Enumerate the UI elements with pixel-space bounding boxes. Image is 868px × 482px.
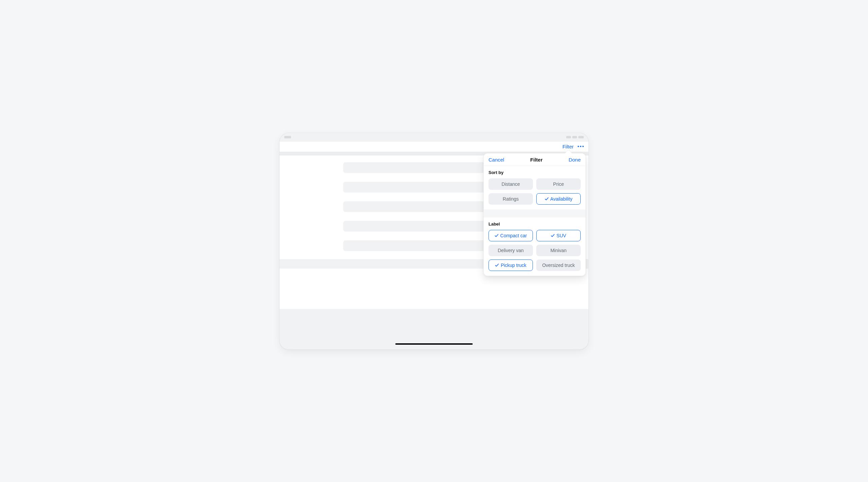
status-bar <box>280 134 588 140</box>
chip-label: Price <box>553 181 564 187</box>
check-icon <box>495 263 499 267</box>
more-icon[interactable] <box>578 146 584 147</box>
label-options: Compact car SUV Delivery van Minivan Pic… <box>484 229 585 276</box>
label-delivery-van-chip[interactable]: Delivery van <box>489 245 533 256</box>
cancel-button[interactable]: Cancel <box>489 157 504 162</box>
tablet-frame: Filter Cancel Filter Done Sort by Distan… <box>279 132 589 350</box>
popover-header: Cancel Filter Done <box>484 153 585 166</box>
status-time-placeholder <box>284 136 291 138</box>
chip-label: Distance <box>502 181 520 187</box>
chip-label: SUV <box>556 233 566 238</box>
sort-options: Distance Price Ratings Availability <box>484 177 585 209</box>
chip-label: Availability <box>550 196 572 202</box>
navigation-bar: Filter <box>280 142 588 152</box>
sort-title: Sort by <box>484 166 585 177</box>
label-minivan-chip[interactable]: Minivan <box>536 245 581 256</box>
sort-price-chip[interactable]: Price <box>536 178 581 190</box>
status-battery-placeholder <box>578 136 584 138</box>
sort-ratings-chip[interactable]: Ratings <box>489 193 533 205</box>
filter-popover: Cancel Filter Done Sort by Distance Pric… <box>484 153 586 276</box>
status-wifi-placeholder <box>572 136 577 138</box>
done-button[interactable]: Done <box>568 157 581 162</box>
home-indicator[interactable] <box>395 343 473 345</box>
status-signal-placeholder <box>566 136 571 138</box>
sort-availability-chip[interactable]: Availability <box>536 193 581 205</box>
chip-label: Delivery van <box>498 248 524 253</box>
label-suv-chip[interactable]: SUV <box>536 230 581 241</box>
popover-divider <box>484 209 585 217</box>
bottom-gap <box>280 309 588 341</box>
label-oversized-truck-chip[interactable]: Oversized truck <box>536 260 581 271</box>
chip-label: Pickup truck <box>501 263 526 268</box>
check-icon <box>545 197 549 201</box>
popover-title: Filter <box>530 157 542 162</box>
label-pickup-truck-chip[interactable]: Pickup truck <box>489 260 533 271</box>
filter-link[interactable]: Filter <box>562 144 574 149</box>
chip-label: Minivan <box>550 248 566 253</box>
check-icon <box>495 234 499 238</box>
status-bar-left <box>284 136 291 138</box>
chip-label: Oversized truck <box>542 263 575 268</box>
chip-label: Compact car <box>500 233 527 238</box>
chip-label: Ratings <box>503 196 519 202</box>
sort-distance-chip[interactable]: Distance <box>489 178 533 190</box>
label-title: Label <box>484 217 585 229</box>
status-bar-right <box>566 136 584 138</box>
check-icon <box>551 234 555 238</box>
label-compact-car-chip[interactable]: Compact car <box>489 230 533 241</box>
